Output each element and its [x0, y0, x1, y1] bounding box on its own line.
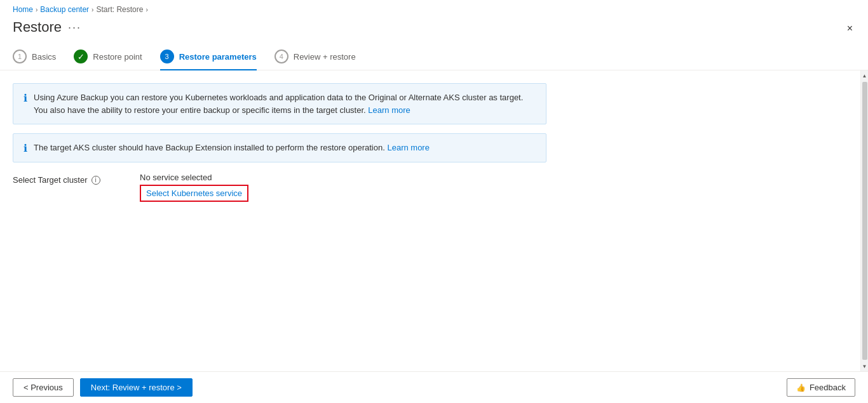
- page-header: Restore ··· ×: [0, 17, 868, 41]
- feedback-icon: 👍: [796, 383, 806, 392]
- breadcrumb-sep-2: ›: [92, 6, 93, 13]
- close-button[interactable]: ×: [844, 20, 855, 37]
- scroll-thumb[interactable]: [862, 82, 867, 360]
- feedback-label: Feedback: [810, 383, 846, 392]
- steps-bar: 1 Basics ✓ Restore point 3 Restore param…: [0, 41, 868, 70]
- step-restore-point-label: Restore point: [93, 52, 142, 62]
- form-control-area: No service selected Select Kubernetes se…: [140, 173, 248, 202]
- scrollbar[interactable]: ▲ ▼: [860, 70, 868, 371]
- footer-left: < Previous Next: Review + restore >: [13, 378, 193, 397]
- more-options-icon[interactable]: ···: [68, 21, 81, 34]
- info-box-1: ℹ Using Azure Backup you can restore you…: [13, 83, 546, 124]
- step-basics[interactable]: 1 Basics: [13, 50, 56, 70]
- info-text-2: The target AKS cluster should have Backu…: [34, 142, 430, 154]
- step-restore-point-circle: ✓: [74, 50, 88, 63]
- select-kubernetes-service-button[interactable]: Select Kubernetes service: [140, 185, 248, 202]
- learn-more-link-1[interactable]: Learn more: [368, 105, 410, 115]
- form-label-area: Select Target cluster i: [13, 173, 140, 185]
- step-restore-point[interactable]: ✓ Restore point: [74, 50, 142, 70]
- form-label-text: Select Target cluster: [13, 175, 88, 185]
- feedback-button[interactable]: 👍 Feedback: [787, 378, 855, 397]
- footer: < Previous Next: Review + restore > 👍 Fe…: [0, 371, 868, 403]
- previous-button[interactable]: < Previous: [13, 378, 74, 397]
- main-content: ℹ Using Azure Backup you can restore you…: [0, 70, 868, 371]
- step-restore-parameters-circle: 3: [160, 50, 174, 63]
- breadcrumb-sep-1: ›: [36, 6, 37, 13]
- breadcrumb-backup-center[interactable]: Backup center: [40, 5, 89, 14]
- info-box-2: ℹ The target AKS cluster should have Bac…: [13, 133, 546, 162]
- breadcrumb-start-restore: Start: Restore: [96, 5, 143, 14]
- no-service-text: No service selected: [140, 173, 248, 182]
- step-basics-circle: 1: [13, 50, 27, 63]
- info-text-1: Using Azure Backup you can restore you K…: [34, 91, 536, 116]
- step-review-restore-circle: 4: [275, 50, 288, 63]
- info-icon-2: ℹ: [24, 142, 27, 154]
- info-icon-1: ℹ: [24, 92, 27, 104]
- step-restore-parameters[interactable]: 3 Restore parameters: [160, 50, 257, 70]
- learn-more-link-2[interactable]: Learn more: [387, 143, 429, 152]
- step-review-restore[interactable]: 4 Review + restore: [275, 50, 356, 70]
- scroll-up-arrow[interactable]: ▲: [861, 70, 869, 81]
- page-title: Restore: [13, 19, 62, 36]
- page-wrapper: Home › Backup center › Start: Restore › …: [0, 0, 868, 403]
- step-review-restore-label: Review + restore: [294, 52, 356, 62]
- breadcrumb: Home › Backup center › Start: Restore ›: [0, 0, 868, 17]
- form-info-icon[interactable]: i: [92, 176, 100, 185]
- step-restore-parameters-label: Restore parameters: [179, 52, 257, 62]
- breadcrumb-home[interactable]: Home: [13, 5, 33, 14]
- breadcrumb-sep-3: ›: [146, 6, 147, 13]
- form-section: Select Target cluster i No service selec…: [13, 173, 855, 202]
- next-button[interactable]: Next: Review + restore >: [80, 378, 193, 397]
- step-basics-label: Basics: [32, 52, 56, 62]
- scroll-down-arrow[interactable]: ▼: [861, 361, 869, 371]
